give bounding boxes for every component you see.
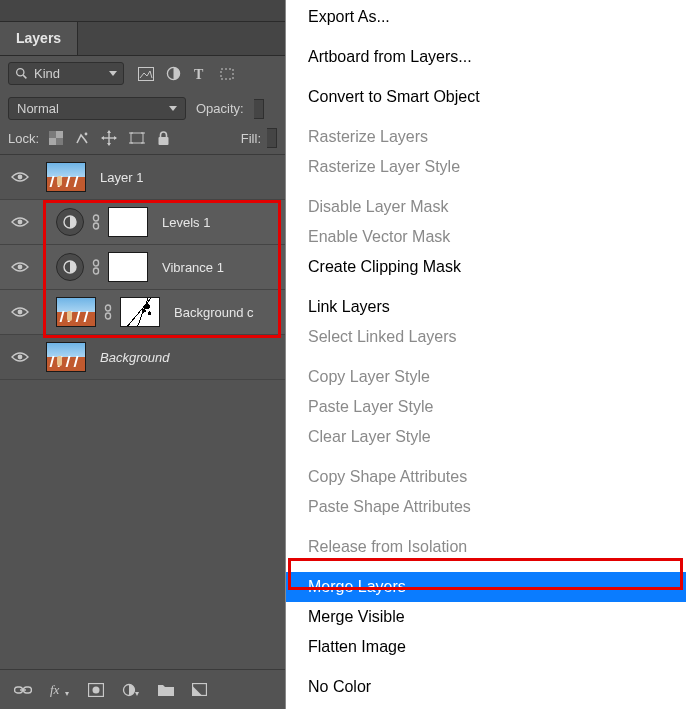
menu-item-merge-visible[interactable]: Merge Visible [286, 602, 686, 632]
menu-item-release-from-isolation: Release from Isolation [286, 532, 686, 562]
opacity-field[interactable] [254, 99, 264, 119]
layer-row[interactable]: Vibrance 1 [0, 245, 285, 290]
layer-mask-thumbnail[interactable] [108, 207, 148, 237]
menu-item-paste-shape-attributes: Paste Shape Attributes [286, 492, 686, 522]
svg-rect-29 [94, 260, 99, 266]
blend-mode-row: Normal Opacity: [0, 91, 285, 126]
opacity-label: Opacity: [196, 101, 244, 116]
layer-name[interactable]: Levels 1 [148, 215, 210, 230]
menu-item-red[interactable]: Red [286, 702, 686, 709]
svg-point-31 [18, 310, 23, 315]
svg-point-34 [18, 355, 23, 360]
new-layer-icon[interactable] [192, 683, 207, 696]
layer-style-icon[interactable]: fx [50, 683, 70, 697]
menu-item-convert-to-smart-object[interactable]: Convert to Smart Object [286, 82, 686, 112]
fill-label: Fill: [241, 131, 261, 146]
blend-mode-value: Normal [17, 101, 59, 116]
layer-context-menu: Export As...Artboard from Layers...Conve… [285, 0, 686, 709]
layer-thumbnail[interactable] [46, 342, 86, 372]
svg-rect-5 [221, 69, 233, 79]
new-group-icon[interactable] [158, 683, 174, 696]
menu-item-clear-layer-style: Clear Layer Style [286, 422, 686, 452]
menu-item-flatten-image[interactable]: Flatten Image [286, 632, 686, 662]
menu-item-create-clipping-mask[interactable]: Create Clipping Mask [286, 252, 686, 282]
layers-panel: Layers Kind T [0, 0, 285, 709]
link-layers-icon[interactable] [14, 684, 32, 696]
layer-name[interactable]: Layer 1 [86, 170, 143, 185]
adjustment-thumbnail[interactable] [56, 253, 84, 281]
tab-layers[interactable]: Layers [0, 22, 78, 55]
layer-thumbnail[interactable] [46, 162, 86, 192]
filter-kind-select[interactable]: Kind [8, 62, 124, 85]
svg-rect-7 [49, 131, 56, 138]
svg-marker-12 [107, 130, 111, 133]
svg-point-9 [85, 133, 88, 136]
new-adjustment-layer-icon[interactable] [122, 683, 140, 697]
svg-rect-26 [94, 223, 99, 229]
layer-row[interactable]: Background c [0, 290, 285, 335]
svg-marker-15 [114, 136, 117, 140]
layer-row[interactable]: Background [0, 335, 285, 380]
layer-row[interactable]: Levels 1 [0, 200, 285, 245]
visibility-eye-icon[interactable] [11, 261, 29, 273]
filter-adjustment-icon[interactable] [166, 66, 181, 81]
menu-item-rasterize-layers: Rasterize Layers [286, 122, 686, 152]
visibility-eye-icon[interactable] [11, 216, 29, 228]
svg-marker-43 [135, 692, 139, 696]
lock-artboard-icon[interactable] [129, 131, 145, 145]
menu-item-copy-shape-attributes: Copy Shape Attributes [286, 462, 686, 492]
layer-name[interactable]: Background c [160, 305, 254, 320]
menu-item-merge-layers[interactable]: Merge Layers [286, 572, 686, 602]
chevron-down-icon [169, 106, 177, 111]
layer-name[interactable]: Vibrance 1 [148, 260, 224, 275]
blend-mode-select[interactable]: Normal [8, 97, 186, 120]
layers-list: Layer 1 Levels 1 Vibrance 1 [0, 155, 285, 669]
add-mask-icon[interactable] [88, 683, 104, 697]
svg-rect-32 [106, 305, 111, 311]
filter-type-icon[interactable]: T [193, 67, 207, 81]
svg-point-41 [93, 686, 100, 693]
mask-link-icon[interactable] [104, 304, 112, 320]
filter-kind-label: Kind [34, 66, 60, 81]
svg-text:fx: fx [50, 683, 60, 697]
visibility-eye-icon[interactable] [11, 171, 29, 183]
svg-point-22 [18, 175, 23, 180]
adjustment-thumbnail[interactable] [56, 208, 84, 236]
visibility-eye-icon[interactable] [11, 351, 29, 363]
layer-filter-row: Kind T [0, 56, 285, 91]
svg-marker-39 [65, 692, 69, 696]
menu-item-no-color[interactable]: No Color [286, 672, 686, 702]
svg-marker-45 [193, 686, 203, 696]
menu-item-artboard-from-layers[interactable]: Artboard from Layers... [286, 42, 686, 72]
panel-tab-strip: Layers [0, 22, 285, 56]
lock-transparency-icon[interactable] [49, 131, 63, 145]
menu-item-select-linked-layers: Select Linked Layers [286, 322, 686, 352]
search-icon [15, 67, 28, 80]
lock-image-icon[interactable] [75, 131, 89, 145]
svg-line-1 [23, 75, 26, 78]
svg-point-0 [17, 69, 24, 76]
lock-position-icon[interactable] [101, 130, 117, 146]
svg-rect-21 [159, 137, 169, 145]
filter-pixel-icon[interactable] [138, 67, 154, 81]
fill-field[interactable] [267, 128, 277, 148]
menu-item-export-as[interactable]: Export As... [286, 2, 686, 32]
lock-all-icon[interactable] [157, 131, 170, 146]
mask-link-icon[interactable] [92, 214, 100, 230]
layers-bottom-bar: fx [0, 669, 285, 709]
layer-name[interactable]: Background [86, 350, 169, 365]
layer-row[interactable]: Layer 1 [0, 155, 285, 200]
layer-mask-thumbnail[interactable] [120, 297, 160, 327]
layer-thumbnail[interactable] [56, 297, 96, 327]
layer-mask-thumbnail[interactable] [108, 252, 148, 282]
svg-rect-30 [94, 268, 99, 274]
menu-item-enable-vector-mask: Enable Vector Mask [286, 222, 686, 252]
mask-link-icon[interactable] [92, 259, 100, 275]
menu-item-link-layers[interactable]: Link Layers [286, 292, 686, 322]
svg-rect-25 [94, 215, 99, 221]
svg-point-27 [18, 265, 23, 270]
panel-topbar [0, 0, 285, 22]
menu-item-paste-layer-style: Paste Layer Style [286, 392, 686, 422]
filter-shape-icon[interactable] [219, 67, 235, 81]
visibility-eye-icon[interactable] [11, 306, 29, 318]
